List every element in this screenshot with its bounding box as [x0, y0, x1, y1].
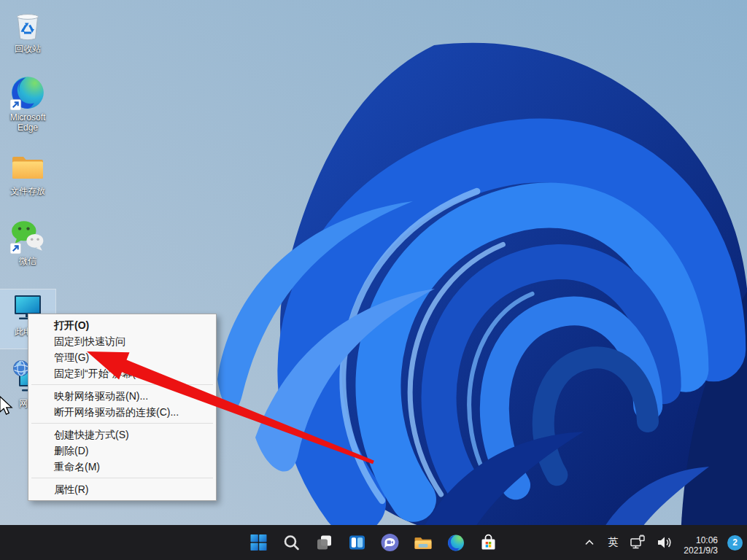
- widgets-icon: [349, 534, 366, 551]
- taskbar: 英 10:06 2021/9: [0, 525, 747, 560]
- notification-badge[interactable]: 2: [727, 535, 743, 551]
- store-button[interactable]: [474, 528, 503, 557]
- context-menu: 打开(O) 固定到快速访问 管理(G) 固定到“开始”屏幕(P) 映射网络驱动器…: [28, 314, 217, 501]
- edge-icon: [9, 74, 46, 111]
- menu-item-pin-quick-access[interactable]: 固定到快速访问: [30, 333, 214, 349]
- file-explorer-icon: [414, 534, 432, 552]
- menu-item-disconnect-network-drive[interactable]: 断开网络驱动器的连接(C)...: [30, 404, 214, 420]
- menu-item-properties[interactable]: 属性(R): [30, 481, 214, 497]
- taskbar-tray: 英 10:06 2021/9: [580, 525, 743, 560]
- desktop-icon-wechat[interactable]: 微信: [0, 218, 55, 266]
- menu-item-pin-to-start[interactable]: 固定到“开始”屏幕(P): [30, 365, 214, 381]
- menu-item-open[interactable]: 打开(O): [30, 317, 214, 333]
- microsoft-store-icon: [480, 534, 498, 551]
- search-button[interactable]: [277, 528, 306, 557]
- clock-date: 2021/9/3: [684, 545, 718, 556]
- clock[interactable]: 10:06 2021/9/3: [681, 528, 721, 557]
- desktop-icon-edge[interactable]: Microsoft Edge: [0, 74, 55, 133]
- network-tray-button[interactable]: [627, 528, 649, 557]
- mouse-cursor: [0, 396, 16, 415]
- menu-separator: [31, 478, 213, 478]
- folder-icon: [10, 149, 45, 184]
- widgets-button[interactable]: [343, 528, 372, 557]
- edge-taskbar-button[interactable]: [441, 528, 471, 557]
- task-view-button[interactable]: [310, 528, 339, 557]
- icon-label: 文件存放: [0, 186, 55, 196]
- desktop-icon-folder[interactable]: 文件存放: [0, 149, 55, 196]
- start-button[interactable]: [244, 528, 274, 557]
- wechat-icon: [9, 218, 46, 254]
- speaker-icon: [656, 534, 673, 551]
- file-explorer-button[interactable]: [409, 528, 438, 557]
- chevron-up-icon: [582, 535, 597, 550]
- desktop: 回收站 Microsoft Edge 文件存放: [0, 0, 747, 560]
- clock-time: 10:06: [684, 535, 718, 545]
- search-icon: [283, 534, 301, 551]
- teams-chat-icon: [381, 533, 400, 552]
- menu-item-rename[interactable]: 重命名(M): [30, 459, 214, 475]
- ethernet-network-icon: [629, 534, 646, 551]
- menu-item-map-network-drive[interactable]: 映射网络驱动器(N)...: [30, 388, 214, 404]
- chat-button[interactable]: [376, 528, 405, 557]
- desktop-icon-recycle-bin[interactable]: 回收站: [0, 7, 55, 54]
- menu-item-delete[interactable]: 删除(D): [30, 443, 214, 459]
- ime-indicator[interactable]: 英: [604, 528, 622, 557]
- menu-separator: [31, 423, 213, 424]
- show-hidden-icons-button[interactable]: [580, 528, 599, 557]
- volume-button[interactable]: [654, 528, 676, 557]
- task-view-icon: [316, 534, 333, 551]
- icon-label: Microsoft Edge: [0, 112, 55, 133]
- recycle-bin-icon: [10, 7, 45, 42]
- icon-label: 微信: [0, 256, 55, 266]
- menu-item-create-shortcut[interactable]: 创建快捷方式(S): [30, 427, 214, 443]
- windows-start-icon: [250, 534, 268, 551]
- menu-separator: [31, 384, 213, 385]
- menu-item-manage[interactable]: 管理(G): [30, 349, 214, 365]
- taskbar-center: [244, 525, 503, 560]
- edge-icon: [446, 534, 465, 552]
- icon-label: 回收站: [0, 44, 55, 54]
